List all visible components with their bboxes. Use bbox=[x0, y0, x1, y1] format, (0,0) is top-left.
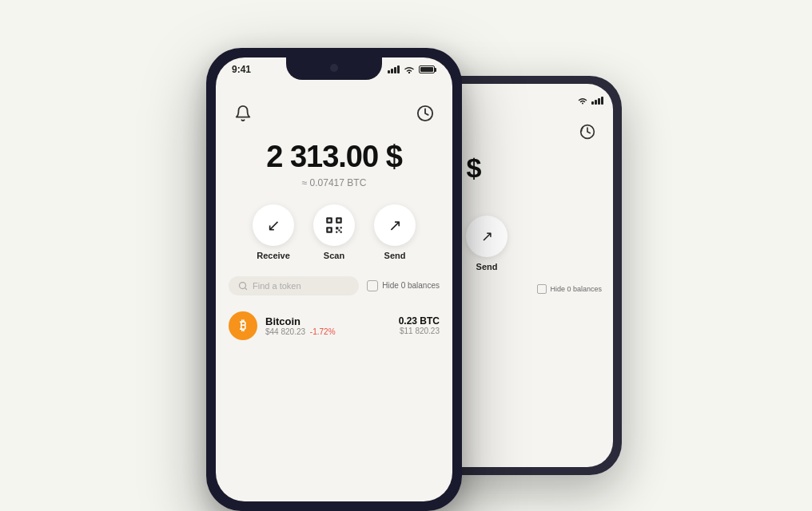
receive-icon-circle: ↙ bbox=[253, 204, 294, 246]
search-row: Find a token Hide 0 balances bbox=[229, 276, 440, 295]
svg-rect-13 bbox=[340, 231, 342, 232]
bitcoin-logo: ₿ bbox=[229, 311, 257, 340]
hide-label: Hide 0 balances bbox=[382, 281, 440, 290]
svg-rect-8 bbox=[328, 228, 330, 231]
back-status-icons bbox=[577, 97, 603, 105]
bitcoin-value: 0.23 BTC $11 820.23 bbox=[399, 315, 440, 335]
back-hide-label: Hide 0 balances bbox=[550, 285, 602, 293]
hide-balances-row[interactable]: Hide 0 balances bbox=[367, 280, 440, 291]
bell-icon bbox=[234, 105, 252, 122]
history-icon-back bbox=[579, 124, 595, 140]
action-buttons: ↙ Receive bbox=[229, 204, 440, 260]
signal-bars-front bbox=[388, 65, 400, 73]
app-content: 2 313.00 $ ≈ 0.07417 BTC ↙ Receive bbox=[216, 93, 452, 501]
scan-label: Scan bbox=[324, 251, 344, 260]
receive-arrow-icon: ↙ bbox=[267, 216, 281, 235]
bitcoin-name: Bitcoin bbox=[265, 315, 391, 327]
svg-rect-12 bbox=[338, 229, 340, 231]
svg-rect-11 bbox=[336, 231, 337, 232]
svg-rect-4 bbox=[328, 219, 330, 221]
status-time: 9:41 bbox=[232, 64, 251, 75]
history-button[interactable] bbox=[411, 99, 440, 128]
send-arrow-icon-back: ↗ bbox=[481, 228, 493, 245]
wifi-icon-front bbox=[404, 65, 415, 73]
search-icon bbox=[238, 281, 248, 291]
svg-rect-10 bbox=[340, 227, 342, 228]
search-placeholder: Find a token bbox=[253, 281, 301, 291]
qr-icon bbox=[324, 215, 344, 236]
phones-container: 3.00 $ 07417 BTC ⇄ Swap ↗ bbox=[166, 32, 646, 479]
send-icon-circle: ↗ bbox=[374, 204, 416, 246]
search-box[interactable]: Find a token bbox=[229, 276, 359, 295]
bitcoin-usd-value: $11 820.23 bbox=[399, 327, 440, 335]
send-label-back: Send bbox=[476, 262, 498, 271]
bitcoin-change: -1.72% bbox=[310, 327, 336, 336]
scan-button[interactable]: Scan bbox=[313, 204, 355, 260]
status-bar: 9:41 bbox=[216, 57, 452, 93]
svg-rect-6 bbox=[337, 219, 340, 221]
token-list: ₿ Bitcoin $44 820.23 -1.72% 0.23 BTC $11… bbox=[229, 305, 440, 489]
history-icon bbox=[416, 105, 434, 122]
back-history-button[interactable] bbox=[573, 117, 602, 146]
signal-bars-back bbox=[591, 97, 603, 105]
hide-checkbox[interactable] bbox=[367, 280, 378, 291]
balance-btc: ≈ 0.07417 BTC bbox=[229, 177, 440, 188]
table-row[interactable]: ₿ Bitcoin $44 820.23 -1.72% 0.23 BTC $11… bbox=[229, 305, 440, 347]
svg-rect-9 bbox=[336, 227, 338, 229]
scan-icon-circle bbox=[313, 204, 355, 246]
send-button[interactable]: ↗ Send bbox=[374, 204, 416, 260]
send-arrow-icon: ↗ bbox=[388, 216, 402, 235]
battery-icon bbox=[419, 65, 436, 73]
bitcoin-info: Bitcoin $44 820.23 -1.72% bbox=[265, 315, 391, 336]
status-icons bbox=[388, 65, 436, 73]
receive-button[interactable]: ↙ Receive bbox=[253, 204, 294, 260]
svg-point-1 bbox=[408, 72, 410, 73]
send-icon-circle-back: ↗ bbox=[466, 216, 508, 257]
phone-front: 9:41 bbox=[206, 48, 462, 511]
svg-line-15 bbox=[245, 287, 246, 289]
top-icons-row bbox=[229, 99, 440, 128]
receive-label: Receive bbox=[257, 251, 290, 260]
wifi-icon bbox=[577, 97, 588, 105]
bell-button[interactable] bbox=[229, 99, 257, 128]
balance-amount: 2 313.00 $ bbox=[229, 141, 440, 174]
bitcoin-amount: 0.23 BTC bbox=[399, 315, 440, 327]
balance-section: 2 313.00 $ ≈ 0.07417 BTC bbox=[229, 141, 440, 188]
send-label: Send bbox=[384, 251, 406, 260]
back-hide-checkbox[interactable] bbox=[537, 284, 547, 294]
front-phone-screen: 9:41 bbox=[216, 57, 452, 501]
back-hide-balances[interactable]: Hide 0 balances bbox=[537, 284, 602, 294]
status-bar-content: 9:41 bbox=[229, 64, 440, 75]
bitcoin-price: $44 820.23 -1.72% bbox=[265, 327, 391, 336]
back-send-button[interactable]: ↗ Send bbox=[466, 216, 508, 271]
